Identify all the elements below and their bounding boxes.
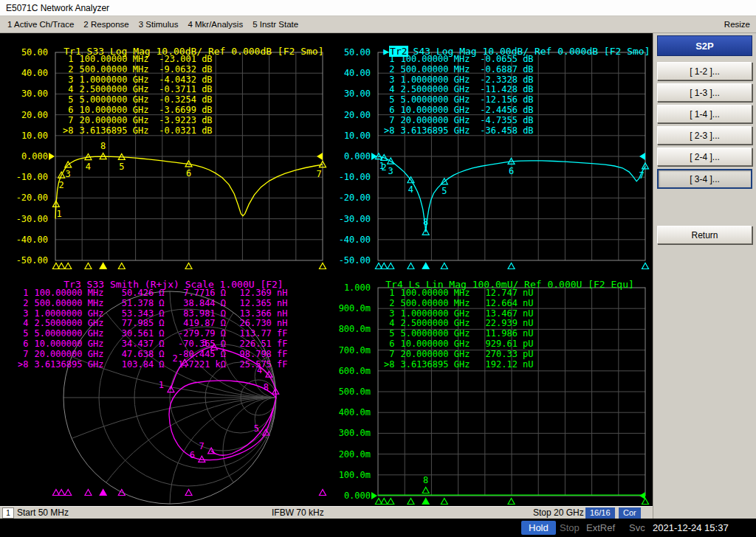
- svg-text:7: 7: [639, 170, 644, 181]
- svg-text:1: 1: [56, 209, 61, 219]
- trace2-marker-table: 1100.00000 MHz-0.0655 dB2500.00000 MHz-0…: [384, 55, 534, 136]
- y-axis-label: -50.00: [0, 255, 48, 266]
- marker-table-row: 610.000000 GHz929.61 pU: [384, 339, 534, 350]
- y-axis-label: 100.0m: [323, 470, 371, 480]
- marker-table-row: 1100.00000 MHz12.747 nU: [384, 288, 534, 299]
- marker-table-row: >83.6136895 GHz-0.0321 dB: [63, 126, 213, 136]
- reference-level-arrow: [639, 153, 645, 160]
- marker-table-row: >83.6136895 GHz-36.458 dB: [384, 126, 534, 136]
- svg-text:5: 5: [254, 423, 259, 434]
- resize-button[interactable]: Resize: [724, 20, 756, 29]
- marker-table-row: 42.5000000 GHz-0.3711 dB: [63, 85, 213, 95]
- softkey-button[interactable]: Return: [657, 226, 752, 244]
- marker-table-row: 720.000000 GHz-3.9223 dB: [63, 116, 213, 126]
- y-axis-label: 40.00: [323, 68, 371, 78]
- svg-text:8: 8: [100, 141, 106, 151]
- menu-bar-items: 1 Active Ch/Trace2 Response3 Stimulus4 M…: [0, 19, 300, 30]
- softkey-button[interactable]: [ 2-4 ]...: [657, 148, 752, 166]
- y-axis-label: 400.0m: [323, 407, 371, 418]
- trace3-marker-table: 1100.00000 MHz50.426 Ω7.7716 Ω12.369 nH2…: [18, 288, 288, 370]
- svg-text:6: 6: [190, 450, 195, 460]
- marker-table-row: 610.000000 GHz34.437 Ω-70.365 Ω226.51 fF: [18, 339, 288, 350]
- softkey-sidebar: S2P [ 1-2 ]...[ 1-3 ]...[ 1-4 ]...[ 2-3 …: [653, 33, 756, 519]
- svg-text:3: 3: [388, 166, 394, 176]
- y-axis-label: -20.00: [0, 193, 48, 203]
- menu-item[interactable]: 4 Mkr/Analysis: [186, 19, 244, 30]
- status-bar: 1 Start 50 MHz IFBW 70 kHz Stop 20 GHz 1…: [0, 506, 653, 519]
- y-axis-label: 0.000: [0, 151, 48, 162]
- marker-table-row: 31.0000000 GHz13.467 nU: [384, 309, 534, 319]
- marker-table-row: 31.0000000 GHz53.343 Ω83.981 Ω13.366 nH: [18, 309, 288, 319]
- instrument-status-bar: Hold Stop ExtRef Svc 2021-12-24 15:37: [0, 519, 756, 537]
- y-axis-label: 10.00: [0, 131, 48, 141]
- ifbw-readout: IFBW 70 kHz: [272, 507, 324, 519]
- start-frequency: Start 50 MHz: [17, 507, 69, 519]
- y-axis-label: -20.00: [323, 193, 371, 203]
- y-axis-label: 700.0m: [323, 345, 371, 356]
- channel-indicator: 1: [2, 507, 14, 519]
- trace1-marker-table: 1100.00000 MHz-23.001 dB2500.00000 MHz-9…: [63, 55, 213, 136]
- softkey-button[interactable]: [ 3-4 ]...: [657, 169, 752, 189]
- window-title: E5071C Network Analyzer: [6, 3, 109, 13]
- marker-table-row: 42.5000000 GHz22.939 nU: [384, 319, 534, 329]
- y-axis-label: 30.00: [323, 89, 371, 99]
- reference-level-arrow: [49, 153, 55, 160]
- svg-text:2: 2: [382, 162, 387, 173]
- svg-text:4: 4: [86, 162, 91, 172]
- analyzer-window: E5071C Network Analyzer 1 Active Ch/Trac…: [0, 0, 756, 537]
- svg-text:6: 6: [509, 166, 514, 176]
- softkey-button[interactable]: [ 1-3 ]...: [657, 83, 752, 102]
- y-axis-label: -30.00: [0, 214, 48, 224]
- menu-item[interactable]: 5 Instr State: [251, 19, 300, 30]
- y-axis-label: 200.0m: [323, 449, 371, 460]
- marker-table-row: 1100.00000 MHz-23.001 dB: [63, 55, 213, 65]
- marker-table-row: 2500.00000 MHz-0.6887 dB: [384, 65, 534, 75]
- y-axis-label: -10.00: [0, 172, 48, 182]
- marker-table-row: 31.0000000 GHz-4.0432 dB: [63, 75, 213, 86]
- svc-indicator: Svc: [629, 521, 645, 535]
- svg-text:4: 4: [408, 184, 413, 195]
- marker-table-row: 720.000000 GHz-4.7355 dB: [384, 116, 534, 126]
- y-axis-label: 300.0m: [323, 428, 371, 438]
- y-axis-label: 600.0m: [323, 366, 371, 376]
- y-axis-label: 800.0m: [323, 324, 371, 334]
- y-axis-label: 900.0m: [323, 303, 371, 313]
- marker-table-row: 720.000000 GHz270.33 pU: [384, 350, 534, 360]
- reference-level-arrow: [317, 153, 323, 160]
- y-axis-label: 1.000: [323, 283, 371, 293]
- softkey-button[interactable]: [ 2-3 ]...: [657, 126, 752, 145]
- marker-table-row: 2500.00000 MHz51.378 Ω38.844 Ω12.365 nH: [18, 299, 288, 309]
- stop-frequency: Stop 20 GHz: [533, 507, 584, 519]
- softkey-list: [ 1-2 ]...[ 1-3 ]...[ 1-4 ]...[ 2-3 ]...…: [657, 62, 752, 244]
- menu-item[interactable]: 1 Active Ch/Trace: [6, 19, 75, 30]
- marker-table-row: 42.5000000 GHz-11.428 dB: [384, 85, 534, 95]
- svg-text:8: 8: [423, 217, 428, 227]
- stop-indicator: Stop: [560, 521, 580, 535]
- y-axis-label: 10.00: [323, 131, 371, 141]
- marker-table-row: 55.0000000 GHz11.986 nU: [384, 329, 534, 339]
- svg-text:2: 2: [59, 180, 64, 190]
- svg-text:8: 8: [423, 475, 428, 485]
- marker-table-row: 1100.00000 MHz-0.0655 dB: [384, 55, 534, 65]
- marker-table-row: 55.0000000 GHz30.561 Ω-279.79 Ω113.77 fF: [18, 329, 288, 339]
- y-axis-label: 20.00: [323, 110, 371, 120]
- softkey-button[interactable]: [ 1-2 ]...: [657, 62, 752, 80]
- menu-item[interactable]: 2 Response: [82, 19, 130, 30]
- menu-item[interactable]: 3 Stimulus: [137, 19, 180, 30]
- y-axis-label: 50.00: [323, 47, 371, 58]
- plot-area: 1234567812345678812345678 Tr1 S33 Log Ma…: [0, 33, 653, 506]
- marker-table-row: >83.6136895 GHz103.84 Ω1.7221 kΩ25.575 f…: [18, 360, 288, 370]
- y-axis-label: -40.00: [323, 235, 371, 245]
- extref-indicator: ExtRef: [586, 521, 615, 535]
- y-axis-label: 30.00: [0, 89, 48, 99]
- points-badge: 16/16: [585, 507, 615, 519]
- marker-table-row: 720.000000 GHz47.638 Ω-80.445 Ω98.798 fF: [18, 350, 288, 360]
- y-axis-label: 50.00: [0, 47, 48, 58]
- softkey-menu-header: S2P: [657, 35, 752, 56]
- correction-badge: Cor: [619, 507, 641, 519]
- softkey-button[interactable]: [ 1-4 ]...: [657, 105, 752, 123]
- svg-text:7: 7: [316, 169, 321, 179]
- menu-bar: 1 Active Ch/Trace2 Response3 Stimulus4 M…: [0, 16, 756, 33]
- window-titlebar: E5071C Network Analyzer: [0, 0, 756, 16]
- y-axis-label: -50.00: [323, 255, 371, 266]
